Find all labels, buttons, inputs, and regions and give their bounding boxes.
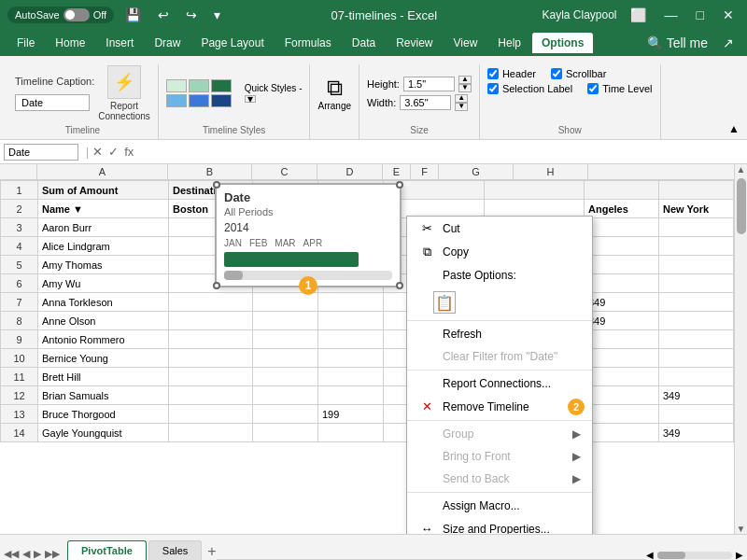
- style-swatch-5[interactable]: [189, 94, 209, 107]
- cell-c14[interactable]: [253, 424, 318, 442]
- resize-handle-bl[interactable]: [213, 282, 220, 289]
- ribbon-collapse-btn[interactable]: ▲: [728, 122, 740, 135]
- cell-b7[interactable]: [169, 293, 253, 312]
- cell-h4[interactable]: [659, 237, 734, 256]
- resize-handle-tr[interactable]: [396, 181, 403, 189]
- cell-h11[interactable]: [659, 368, 734, 386]
- resize-handle-br[interactable]: [396, 282, 403, 289]
- cell-a10[interactable]: Bernice Young: [38, 349, 169, 368]
- menu-data[interactable]: Data: [343, 33, 385, 53]
- save-button[interactable]: 💾: [120, 6, 147, 24]
- new-sheet-button[interactable]: +: [207, 543, 216, 560]
- cell-h14[interactable]: 349: [659, 424, 734, 442]
- timeline-bar[interactable]: [224, 252, 359, 267]
- cell-b14[interactable]: [169, 424, 253, 442]
- cell-a6[interactable]: Amy Wu: [38, 274, 169, 293]
- tab-sales[interactable]: Sales: [148, 540, 203, 560]
- month-apr[interactable]: APR: [303, 238, 323, 248]
- tab-nav-next[interactable]: ▶: [34, 548, 41, 560]
- menu-draw[interactable]: Draw: [145, 33, 190, 53]
- ctx-size-properties[interactable]: ↔ Size and Properties...: [407, 517, 592, 534]
- col-header-c[interactable]: C: [252, 164, 317, 179]
- cell-g2[interactable]: Angeles: [585, 200, 659, 218]
- style-swatch-1[interactable]: [166, 79, 187, 92]
- cell-a8[interactable]: Anne Olson: [38, 312, 169, 330]
- timeline-caption-input[interactable]: [15, 94, 90, 111]
- cell-a13[interactable]: Bruce Thorgood: [38, 405, 169, 424]
- cell-d11[interactable]: [318, 368, 384, 386]
- month-jan[interactable]: JAN: [224, 238, 242, 248]
- customize-qat-button[interactable]: ▾: [208, 6, 226, 24]
- cell-g10[interactable]: [585, 349, 659, 368]
- scroll-right-button[interactable]: ▶: [736, 550, 743, 560]
- col-header-h[interactable]: H: [514, 164, 588, 179]
- menu-help[interactable]: Help: [488, 33, 530, 53]
- cell-h3[interactable]: [659, 218, 734, 237]
- cell-a1[interactable]: Sum of Amount: [38, 181, 169, 200]
- cell-d8[interactable]: [318, 312, 384, 330]
- formula-input[interactable]: [134, 145, 743, 160]
- cell-c11[interactable]: [253, 368, 318, 386]
- cell-d12[interactable]: [318, 386, 384, 405]
- ctx-paste-icon-row[interactable]: 📋: [407, 287, 592, 318]
- cell-h13[interactable]: [659, 405, 734, 424]
- quick-styles-dropdown[interactable]: Quick Styles - ▾: [245, 83, 303, 103]
- styles-dropdown-arrow[interactable]: ▾: [245, 95, 256, 103]
- cell-h1[interactable]: [659, 181, 734, 200]
- menu-view[interactable]: View: [444, 33, 487, 53]
- cell-a7[interactable]: Anna Torkleson: [38, 293, 169, 312]
- cell-g4[interactable]: [585, 237, 659, 256]
- cell-d9[interactable]: [318, 330, 384, 349]
- ctx-remove-timeline[interactable]: ✕ Remove Timeline 2: [407, 395, 592, 418]
- cell-h10[interactable]: [659, 349, 734, 368]
- minimize-button[interactable]: —: [659, 6, 684, 24]
- ctx-copy[interactable]: ⧉ Copy: [407, 240, 592, 264]
- cell-a4[interactable]: Alice Lindgram: [38, 237, 169, 256]
- scrollbar-checkbox[interactable]: [551, 68, 562, 79]
- cell-g5[interactable]: [585, 256, 659, 274]
- cell-c9[interactable]: [253, 330, 318, 349]
- style-swatch-4[interactable]: [166, 94, 187, 107]
- cell-b9[interactable]: [169, 330, 253, 349]
- menu-home[interactable]: Home: [46, 33, 94, 53]
- tab-pivot-table[interactable]: PivotTable: [67, 540, 147, 560]
- menu-review[interactable]: Review: [387, 33, 442, 53]
- tab-nav-prev[interactable]: ◀: [22, 548, 30, 560]
- style-swatch-6[interactable]: [211, 94, 232, 107]
- scroll-thumb[interactable]: [737, 178, 746, 234]
- cell-c12[interactable]: [253, 386, 318, 405]
- timeline-scroll-thumb[interactable]: [224, 271, 243, 280]
- cell-h9[interactable]: [659, 330, 734, 349]
- cell-d13[interactable]: 199: [318, 405, 384, 424]
- tab-nav-right[interactable]: ▶▶: [45, 548, 60, 560]
- scroll-up-button[interactable]: ▲: [737, 164, 746, 175]
- cell-h6[interactable]: [659, 274, 734, 293]
- cell-a12[interactable]: Brian Samuals: [38, 386, 169, 405]
- cell-a5[interactable]: Amy Thomas: [38, 256, 169, 274]
- search-button[interactable]: 🔍 Tell me: [641, 34, 713, 52]
- cell-g11[interactable]: [585, 368, 659, 386]
- ctx-assign-macro[interactable]: Assign Macro...: [407, 495, 592, 517]
- close-button[interactable]: ✕: [717, 6, 740, 24]
- horizontal-scrollbar[interactable]: ◀ ▶: [646, 550, 747, 560]
- cell-c8[interactable]: [253, 312, 318, 330]
- cell-g7[interactable]: 349: [585, 293, 659, 312]
- cell-b10[interactable]: [169, 349, 253, 368]
- cell-h5[interactable]: [659, 256, 734, 274]
- col-header-b[interactable]: B: [168, 164, 252, 179]
- cell-a9[interactable]: Antonio Rommero: [38, 330, 169, 349]
- ctx-refresh[interactable]: Refresh: [407, 323, 592, 345]
- maximize-button[interactable]: □: [691, 6, 710, 24]
- cell-d7[interactable]: [318, 293, 384, 312]
- cell-h12[interactable]: 349: [659, 386, 734, 405]
- time-level-checkbox[interactable]: [587, 83, 599, 94]
- selection-label-checkbox[interactable]: [487, 83, 499, 94]
- cell-b8[interactable]: [169, 312, 253, 330]
- cell-c10[interactable]: [253, 349, 318, 368]
- ctx-report-connections[interactable]: Report Connections...: [407, 372, 592, 395]
- cell-a2[interactable]: Name ▼: [38, 200, 169, 218]
- select-all-corner[interactable]: [0, 164, 37, 179]
- month-feb[interactable]: FEB: [249, 238, 267, 248]
- col-header-f[interactable]: F: [411, 164, 439, 179]
- cell-b12[interactable]: [169, 386, 253, 405]
